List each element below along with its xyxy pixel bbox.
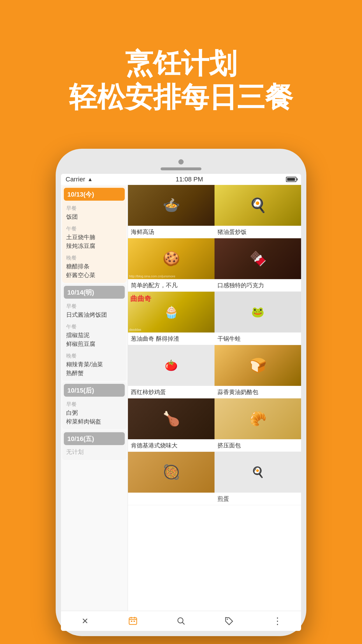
recipe-thumb-bread-oven: 🍞 — [215, 345, 301, 386]
recipe-item-4[interactable]: 🍫 口感独特的巧克力 — [215, 238, 301, 292]
recipe-name-2: 猪油蛋炒饭 — [215, 226, 301, 238]
phone-frame: Carrier ▲ 11:08 PM 10/13(今) 早餐 饭团 — [56, 149, 306, 636]
header-line1: 烹饪计划 — [69, 47, 293, 80]
day-block-day4[interactable]: 10/16(五) 无计划 — [62, 430, 126, 460]
nav-close-button[interactable]: ✕ — [76, 615, 94, 627]
app-content: 10/13(今) 早餐 饭团 午餐 土豆烧牛腩 辣炖冻豆腐 晚餐 糖醋排条 虾酱… — [61, 185, 301, 611]
meal-day3-breakfast: 早餐 白粥 榨菜鲜肉锅盔 — [62, 398, 126, 427]
recipe-name-7: 西红柿炒鸡蛋 — [128, 386, 215, 398]
recipe-item-2[interactable]: 🍳 猪油蛋炒饭 — [215, 185, 301, 238]
recipe-name-10: 挤压面包 — [215, 439, 301, 452]
carrier-label: Carrier — [66, 176, 85, 183]
meal-today-breakfast: 早餐 饭团 — [62, 202, 126, 222]
time-label: 11:08 PM — [175, 176, 203, 183]
meal-today-dinner: 晚餐 糖醋排条 虾酱空心菜 — [62, 251, 126, 281]
recipe-name-11 — [128, 493, 215, 497]
phone-speaker — [161, 167, 201, 170]
svg-rect-0 — [129, 618, 137, 624]
svg-point-6 — [178, 618, 183, 623]
recipe-thumb-bowl: 🥘 — [128, 452, 215, 493]
phone-screen: Carrier ▲ 11:08 PM 10/13(今) 早餐 饭团 — [61, 174, 301, 631]
recipe-thumb-egg: 🍳 — [215, 452, 301, 493]
wifi-icon: ▲ — [87, 176, 93, 183]
recipe-item-6[interactable]: 🐸 干锅牛蛙 — [215, 292, 301, 345]
recipe-thumb-scallion: 曲曲奇 🧁 dasddas — [128, 292, 215, 332]
phone-camera — [178, 159, 184, 164]
day-block-day3[interactable]: 10/15(后) 早餐 白粥 榨菜鲜肉锅盔 — [62, 382, 126, 429]
meal-tomorrow-breakfast: 早餐 日式酱油烤饭团 — [62, 300, 126, 320]
meal-tomorrow-lunch: 午餐 擂椒茄泥 鲜椒煎豆腐 — [62, 320, 126, 349]
recipe-name-9: 肯德基港式烧味大 — [128, 439, 215, 452]
battery-fill — [287, 178, 295, 181]
recipe-item-8[interactable]: 🍞 蒜香黄油奶酪包 — [215, 345, 301, 398]
recipe-thumb-cookies-y: 🍪 http://blog.sina.com.cn/junsmore — [128, 238, 215, 279]
recipe-item-11[interactable]: 🥘 — [128, 452, 215, 505]
recipe-name-4: 口感独特的巧克力 — [215, 279, 301, 291]
meal-tomorrow-dinner: 晚餐 糊辣青菜/油菜 熟醉蟹 — [62, 349, 126, 379]
recipe-item-9[interactable]: 🍗 肯德基港式烧味大 — [128, 398, 215, 452]
meal-today-lunch: 午餐 土豆烧牛腩 辣炖冻豆腐 — [62, 222, 126, 251]
svg-point-8 — [227, 619, 228, 620]
day-header-day4[interactable]: 10/16(五) — [64, 432, 125, 445]
recipe-item-1[interactable]: 🍲 海鲜高汤 — [128, 185, 215, 238]
header-line2: 轻松安排每日三餐 — [69, 80, 293, 114]
recipe-thumb-frog: 🐸 — [215, 292, 301, 332]
recipe-thumb-seafood: 🍲 — [128, 185, 215, 226]
recipe-thumb-kfc: 🍗 — [128, 398, 215, 439]
svg-rect-5 — [133, 621, 135, 622]
recipe-item-10[interactable]: 🥐 挤压面包 — [215, 398, 301, 452]
nav-tag-button[interactable] — [220, 615, 238, 627]
day-block-tomorrow[interactable]: 10/14(明) 早餐 日式酱油烤饭团 午餐 擂椒茄泥 鲜椒煎豆腐 晚餐 糊辣青… — [62, 284, 126, 381]
recipe-item-5[interactable]: 曲曲奇 🧁 dasddas 葱油曲奇 酥得掉渣 — [128, 292, 215, 345]
nav-search-button[interactable] — [172, 615, 190, 627]
recipe-thumb-choc: 🍫 — [215, 238, 301, 279]
recipe-list[interactable]: 🍲 海鲜高汤 🍳 猪油蛋炒饭 — [128, 185, 301, 611]
svg-rect-4 — [131, 621, 132, 622]
phone-top — [61, 154, 301, 174]
recipe-grid: 🍲 海鲜高汤 🍳 猪油蛋炒饭 — [128, 185, 301, 505]
bottom-nav: ✕ — [61, 611, 301, 631]
nav-more-button[interactable]: ⋮ — [268, 615, 286, 627]
recipe-name-1: 海鲜高汤 — [128, 226, 215, 238]
recipe-thumb-tomato: 🍅 — [128, 345, 215, 386]
recipe-thumb-bread: 🥐 — [215, 398, 301, 439]
recipe-item-7[interactable]: 🍅 西红柿炒鸡蛋 — [128, 345, 215, 398]
day-header-day3[interactable]: 10/15(后) — [64, 384, 125, 397]
sidebar[interactable]: 10/13(今) 早餐 饭团 午餐 土豆烧牛腩 辣炖冻豆腐 晚餐 糖醋排条 虾酱… — [61, 185, 128, 611]
recipe-name-8: 蒜香黄油奶酪包 — [215, 386, 301, 398]
recipe-name-6: 干锅牛蛙 — [215, 332, 301, 345]
recipe-item-3[interactable]: 🍪 http://blog.sina.com.cn/junsmore 简单的配方… — [128, 238, 215, 292]
status-bar: Carrier ▲ 11:08 PM — [61, 174, 301, 185]
day-header-today[interactable]: 10/13(今) — [64, 188, 125, 201]
recipe-item-12[interactable]: 🍳 煎蛋 — [215, 452, 301, 505]
recipe-name-5: 葱油曲奇 酥得掉渣 — [128, 332, 215, 345]
day4-no-plan: 无计划 — [62, 446, 126, 458]
status-left: Carrier ▲ — [66, 176, 93, 183]
day-block-today[interactable]: 10/13(今) 早餐 饭团 午餐 土豆烧牛腩 辣炖冻豆腐 晚餐 糖醋排条 虾酱… — [62, 186, 126, 283]
battery-icon — [286, 177, 296, 182]
recipe-name-3: 简单的配方，不凡 — [128, 279, 215, 291]
nav-calendar-button[interactable] — [124, 615, 142, 627]
day-header-tomorrow[interactable]: 10/14(明) — [64, 286, 125, 299]
overlay-text: 曲曲奇 — [130, 294, 151, 303]
recipe-name-12: 煎蛋 — [215, 493, 301, 505]
app-header: 烹饪计划 轻松安排每日三餐 — [69, 23, 293, 131]
recipe-thumb-eggrice: 🍳 — [215, 185, 301, 226]
svg-line-7 — [182, 622, 184, 625]
